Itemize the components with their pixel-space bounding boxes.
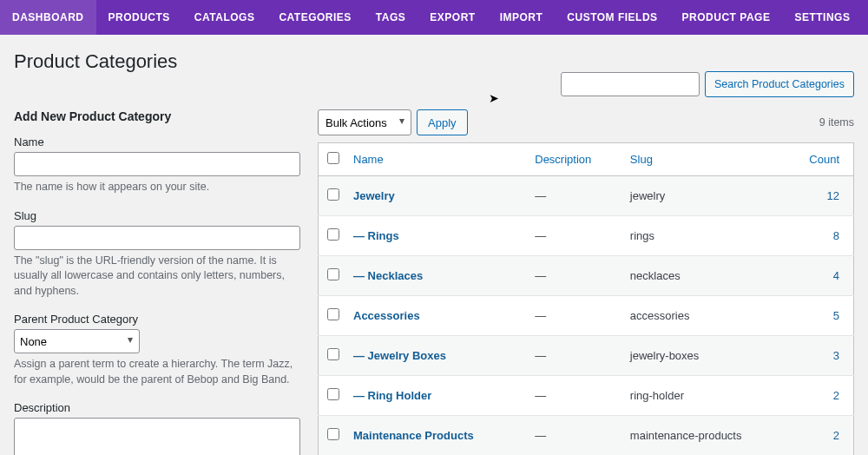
table-row: — Jewelry Boxes—jewelry-boxes3 (319, 336, 854, 376)
nav-item-custom-fields[interactable]: CUSTOM FIELDS (555, 0, 669, 35)
category-description: — (528, 176, 623, 216)
category-slug: necklaces (623, 256, 793, 296)
add-category-heading: Add New Product Category (14, 109, 300, 123)
items-count: 9 items (819, 116, 854, 129)
bulk-actions-select[interactable]: Bulk Actions (318, 109, 411, 135)
col-count[interactable]: Count (793, 143, 854, 176)
category-count[interactable]: 2 (833, 429, 839, 442)
category-slug: ring-holder (623, 376, 793, 416)
category-link[interactable]: Maintenance Products (353, 429, 474, 442)
slug-field[interactable] (14, 226, 300, 250)
category-count[interactable]: 2 (833, 389, 839, 402)
category-description: — (528, 336, 623, 376)
category-description: — (528, 216, 623, 256)
col-name[interactable]: Name (346, 143, 528, 176)
table-row: — Necklaces—necklaces4 (319, 256, 854, 296)
search-button[interactable]: Search Product Categories (705, 71, 854, 97)
slug-help: The "slug" is the URL-friendly version o… (14, 254, 300, 300)
category-description: — (528, 296, 623, 336)
select-all-checkbox[interactable] (327, 152, 339, 164)
description-field[interactable] (14, 418, 300, 455)
table-row: Accessories—accessories5 (319, 296, 854, 336)
search-input[interactable] (561, 72, 700, 96)
table-row: — Ring Holder—ring-holder2 (319, 376, 854, 416)
category-description: — (528, 376, 623, 416)
category-count[interactable]: 3 (833, 349, 839, 362)
slug-label: Slug (14, 209, 300, 222)
row-checkbox[interactable] (327, 428, 339, 440)
category-description: — (528, 256, 623, 296)
parent-label: Parent Product Category (14, 313, 300, 326)
row-checkbox[interactable] (327, 188, 339, 201)
nav-item-catalogs[interactable]: CATALOGS (182, 0, 267, 35)
category-link[interactable]: — Ring Holder (353, 389, 431, 402)
category-count[interactable]: 12 (827, 189, 839, 202)
categories-table: Name Description Slug Count Jewelry—jewe… (318, 142, 854, 455)
col-description[interactable]: Description (528, 143, 623, 176)
parent-help: Assign a parent term to create a hierarc… (14, 357, 300, 387)
category-slug: accessories (623, 296, 793, 336)
category-slug: maintenance-products (623, 416, 793, 456)
page-title: Product Categories (14, 50, 854, 73)
category-link[interactable]: — Jewelry Boxes (353, 349, 446, 362)
name-field[interactable] (14, 152, 300, 176)
description-label: Description (14, 401, 300, 414)
top-nav: DASHBOARDPRODUCTSCATALOGSCATEGORIESTAGSE… (0, 0, 868, 35)
nav-item-tags[interactable]: TAGS (364, 0, 418, 35)
col-slug[interactable]: Slug (623, 143, 793, 176)
category-count[interactable]: 8 (833, 229, 839, 242)
category-count[interactable]: 5 (833, 309, 839, 322)
nav-item-settings[interactable]: SETTINGS (782, 0, 862, 35)
category-link[interactable]: — Necklaces (353, 269, 423, 282)
row-checkbox[interactable] (327, 228, 339, 241)
nav-item-categories[interactable]: CATEGORIES (266, 0, 363, 35)
row-checkbox[interactable] (327, 268, 339, 280)
nav-item-import[interactable]: IMPORT (488, 0, 556, 35)
name-help: The name is how it appears on your site. (14, 180, 300, 195)
table-row: Maintenance Products—maintenance-product… (319, 416, 854, 456)
table-row: — Rings—rings8 (319, 216, 854, 256)
parent-select[interactable]: None (14, 329, 140, 353)
category-link[interactable]: Accessories (353, 309, 420, 322)
category-description: — (528, 416, 623, 456)
row-checkbox[interactable] (327, 348, 339, 360)
category-count[interactable]: 4 (833, 269, 839, 282)
category-slug: rings (623, 216, 793, 256)
nav-item-product-page[interactable]: PRODUCT PAGE (670, 0, 783, 35)
name-label: Name (14, 135, 300, 148)
category-link[interactable]: — Rings (353, 229, 399, 242)
apply-button[interactable]: Apply (417, 109, 468, 135)
row-checkbox[interactable] (327, 388, 339, 400)
row-checkbox[interactable] (327, 308, 339, 320)
nav-item-export[interactable]: EXPORT (418, 0, 487, 35)
table-row: Jewelry—jewelry12 (319, 176, 854, 216)
nav-item-products[interactable]: PRODUCTS (96, 0, 182, 35)
category-slug: jewelry-boxes (623, 336, 793, 376)
nav-item-dashboard[interactable]: DASHBOARD (0, 0, 96, 35)
category-link[interactable]: Jewelry (353, 189, 395, 202)
category-slug: jewelry (623, 176, 793, 216)
